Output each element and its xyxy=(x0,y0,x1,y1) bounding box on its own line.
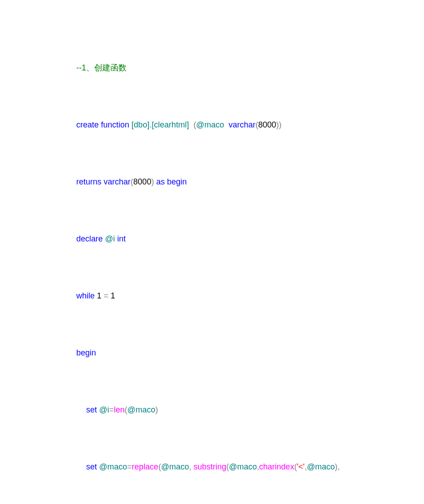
sql-comment: --1、创建函数 xyxy=(76,63,127,72)
operator: = xyxy=(127,462,132,471)
code-line: while 1 = 1 xyxy=(67,280,357,312)
param: @maco xyxy=(196,120,228,129)
sql-keyword: set xyxy=(86,462,97,471)
code-line: set @i=len(@maco) xyxy=(67,393,357,426)
operator: = xyxy=(109,405,114,414)
punct: )) xyxy=(276,120,282,129)
variable: @i xyxy=(103,234,117,243)
number: 8000 xyxy=(133,177,151,186)
sql-func: replace xyxy=(132,462,158,471)
sql-keyword: begin xyxy=(76,348,96,357)
sql-type: varchar xyxy=(228,120,255,129)
variable: @maco xyxy=(307,462,335,471)
code-document: --1、创建函数 create function [dbo].[clearhtm… xyxy=(0,0,424,504)
sql-keyword: set xyxy=(86,405,97,414)
text: 1 xyxy=(95,291,104,300)
variable: @maco xyxy=(97,462,127,471)
string: '<' xyxy=(297,462,305,471)
sql-keyword: begin xyxy=(167,177,187,186)
variable: @maco xyxy=(161,462,189,471)
sql-func: substring xyxy=(193,462,226,471)
text: 1 xyxy=(109,291,115,300)
number: 8000 xyxy=(258,120,276,129)
code-line: set @maco=replace(@maco, substring(@maco… xyxy=(67,450,357,483)
identifier: [dbo].[clearhtml] xyxy=(129,120,193,129)
code-line: begin xyxy=(67,336,357,369)
operator: = xyxy=(104,291,109,300)
code-line: returns varchar(8000) as begin xyxy=(67,166,357,198)
sql-keyword: create xyxy=(76,120,99,129)
sql-keyword: function xyxy=(101,120,129,129)
variable: @maco xyxy=(229,462,257,471)
punct: ), xyxy=(335,462,340,471)
sql-type: varchar xyxy=(104,177,131,186)
sql-func: len xyxy=(114,405,125,414)
code-line: --1、创建函数 xyxy=(67,52,357,84)
sql-keyword: declare xyxy=(76,234,103,243)
sql-type: int xyxy=(117,234,126,243)
variable: @i xyxy=(97,405,109,414)
sql-keyword: as xyxy=(156,177,165,186)
sql-keyword: while xyxy=(76,291,95,300)
variable: @maco xyxy=(127,405,155,414)
punct: ) xyxy=(155,405,158,414)
code-line: declare @i int xyxy=(67,223,357,255)
sql-func: charindex xyxy=(259,462,294,471)
sql-keyword: returns xyxy=(76,177,101,186)
code-line: create function [dbo].[clearhtml] (@maco… xyxy=(67,109,357,141)
